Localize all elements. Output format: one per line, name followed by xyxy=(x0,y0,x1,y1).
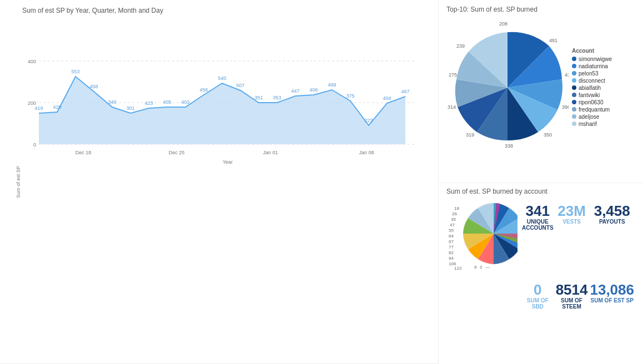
svg-text:481: 481 xyxy=(549,38,557,43)
legend-dot-adeljose xyxy=(572,114,576,119)
stat-payouts-label: Payouts xyxy=(590,219,634,225)
svg-text:353: 353 xyxy=(273,95,281,100)
stat-est-sp: 13,086 Sum of est SP xyxy=(589,280,635,358)
svg-text:67: 67 xyxy=(449,239,454,244)
top-right-panel: Top-10: Sum of est. SP burned xyxy=(439,0,643,183)
svg-text:Year: Year xyxy=(223,159,233,165)
legend-fredquantum: fredquantum xyxy=(572,107,622,113)
svg-text:77: 77 xyxy=(449,245,454,250)
stat-vests: 23M VESTS xyxy=(555,201,589,280)
svg-text:338: 338 xyxy=(505,143,513,149)
svg-text:47: 47 xyxy=(450,223,455,228)
stats-grid: 341 Unique Accounts 23M VESTS 3,458 Payo… xyxy=(521,198,635,361)
top-right-title: Top-10: Sum of est. SP burned xyxy=(446,6,635,13)
svg-text:404: 404 xyxy=(383,95,391,101)
legend-dot-disconnect xyxy=(572,78,576,83)
svg-text:423: 423 xyxy=(144,100,153,106)
top-right-legend: Account simonnwigwe nadiaturrina pelon53 xyxy=(572,16,622,160)
stat-unique-accounts: 341 Unique Accounts xyxy=(521,201,555,280)
legend-disconnect: disconnect xyxy=(572,78,622,84)
svg-text:406: 406 xyxy=(309,87,318,93)
stat-sbd-label: Sum of SBD xyxy=(522,297,554,310)
svg-text:553: 553 xyxy=(71,69,79,74)
svg-text:18: 18 xyxy=(454,206,459,211)
svg-text:208: 208 xyxy=(499,21,508,27)
svg-text:403: 403 xyxy=(181,99,189,105)
stat-vests-label: VESTS xyxy=(556,219,588,225)
legend-dot-fredquantum xyxy=(572,107,576,112)
stat-est-sp-label: Sum of est SP xyxy=(590,297,634,304)
stat-sbd-value: 0 xyxy=(522,282,554,298)
svg-text:35: 35 xyxy=(451,217,456,222)
svg-text:319: 319 xyxy=(466,132,474,138)
top-right-inner: 481 434 396 350 338 319 314 275 239 208 … xyxy=(446,16,635,160)
bottom-right-pie: 481 396 338 314 239 204 181 165 148 129 … xyxy=(446,198,518,270)
bottom-right-title: Sum of est. SP burned by account xyxy=(446,188,635,195)
svg-text:Jan 01: Jan 01 xyxy=(263,150,278,155)
svg-text:64: 64 xyxy=(449,234,454,239)
legend-fantvwiki: fantvwiki xyxy=(572,92,622,98)
stat-steem-label: Sum of STEEM xyxy=(556,297,588,310)
legend-dot-msharif xyxy=(572,122,576,126)
svg-text:405: 405 xyxy=(163,99,171,105)
svg-text:Dec 18: Dec 18 xyxy=(76,150,92,155)
svg-text:239: 239 xyxy=(456,43,465,49)
svg-text:26: 26 xyxy=(452,211,457,216)
svg-text:275: 275 xyxy=(449,72,457,78)
legend-title: Account xyxy=(572,48,622,54)
legend-dot-pelon53 xyxy=(572,71,576,75)
svg-text:0: 0 xyxy=(33,142,36,148)
svg-text:400: 400 xyxy=(28,59,36,64)
svg-text:456: 456 xyxy=(199,87,208,93)
top-left-chart: 0 200 400 419 420 553 458 340 301 423 40… xyxy=(22,17,428,172)
svg-text:2: 2 xyxy=(480,265,483,270)
stat-unique-accounts-label: Unique Accounts xyxy=(522,219,554,231)
svg-text:340: 340 xyxy=(108,99,116,105)
svg-text:Jan 08: Jan 08 xyxy=(359,150,374,155)
top-right-pie: 481 434 396 350 338 319 314 275 239 208 xyxy=(446,16,569,160)
svg-text:Dec 25: Dec 25 xyxy=(169,150,185,155)
svg-text:447: 447 xyxy=(291,88,299,94)
svg-text:419: 419 xyxy=(34,105,43,111)
svg-text:420: 420 xyxy=(53,104,61,110)
svg-text:467: 467 xyxy=(401,89,409,94)
svg-text:375: 375 xyxy=(346,93,354,99)
stat-sbd: 0 Sum of SBD xyxy=(521,280,555,358)
legend-msharif: msharif xyxy=(572,121,622,127)
svg-text:82: 82 xyxy=(449,250,454,255)
bottom-right-panel: Sum of est. SP burned by account xyxy=(439,183,643,365)
stat-payouts: 3,458 Payouts xyxy=(589,201,635,280)
svg-text:—: — xyxy=(485,265,490,270)
legend-adeljose: adeljose xyxy=(572,114,622,120)
svg-text:351: 351 xyxy=(254,95,263,100)
svg-text:396: 396 xyxy=(562,104,569,110)
stat-est-sp-value: 13,086 xyxy=(590,282,634,298)
legend-dot-fantvwiki xyxy=(572,93,576,97)
stat-steem-value: 8514 xyxy=(556,282,588,298)
svg-text:458: 458 xyxy=(89,84,98,89)
legend-nadiaturrina: nadiaturrina xyxy=(572,63,622,69)
stat-unique-accounts-value: 341 xyxy=(522,203,554,219)
svg-text:350: 350 xyxy=(544,132,552,138)
legend-dot-simonnwigwe xyxy=(572,57,576,61)
y-axis-label-top: Sum of est SP xyxy=(16,166,21,198)
svg-text:314: 314 xyxy=(448,104,456,110)
legend-abialfatih: abialfatih xyxy=(572,85,622,91)
legend-pelon53: pelon53 xyxy=(572,70,622,77)
dashboard: Sum of est SP by Year, Quarter, Month an… xyxy=(0,0,643,364)
svg-text:55: 55 xyxy=(449,228,454,233)
legend-ripon0630: ripon0630 xyxy=(572,99,622,105)
top-left-title: Sum of est SP by Year, Quarter, Month an… xyxy=(22,7,433,14)
legend-dot-abialfatih xyxy=(572,85,576,90)
stat-vests-value: 23M xyxy=(556,203,588,219)
svg-text:122: 122 xyxy=(454,266,462,270)
top-left-panel: Sum of est SP by Year, Quarter, Month an… xyxy=(0,0,439,364)
svg-text:9: 9 xyxy=(474,265,477,270)
right-panels: Top-10: Sum of est. SP burned xyxy=(439,0,643,364)
svg-text:540: 540 xyxy=(218,75,226,81)
legend-dot-ripon0630 xyxy=(572,100,576,104)
legend-dot-nadiaturrina xyxy=(572,64,576,68)
stat-payouts-value: 3,458 xyxy=(590,203,634,219)
legend-simonnwigwe: simonnwigwe xyxy=(572,56,622,62)
svg-text:499: 499 xyxy=(328,82,336,88)
